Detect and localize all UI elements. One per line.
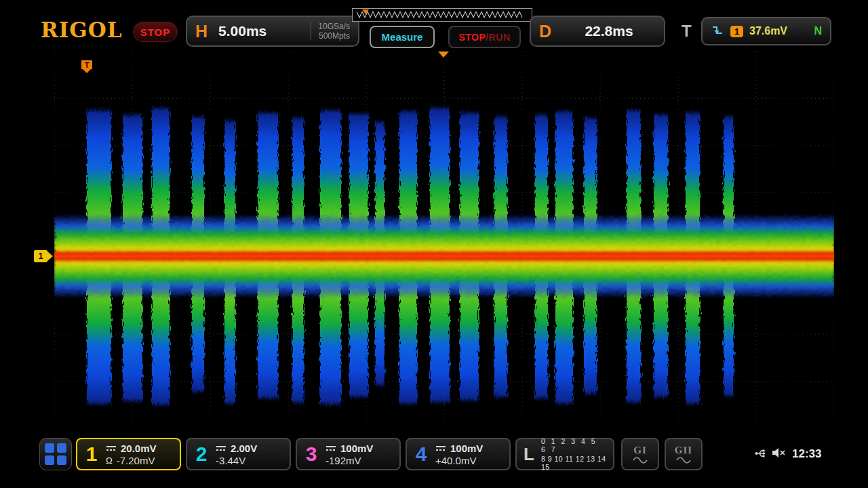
waveform-display[interactable]: T <box>54 52 834 428</box>
dc-coupling-icon <box>326 445 336 451</box>
run-label: /RUN <box>486 32 510 43</box>
waveform-overview[interactable] <box>352 8 532 22</box>
trigger-coupling-indicator: N <box>814 25 822 37</box>
horizontal-settings[interactable]: H 5.00ms 10GSa/s 500Mpts <box>186 16 359 47</box>
dc-coupling-icon <box>435 445 446 451</box>
acquisition-info: 10GSa/s 500Mpts <box>311 22 350 41</box>
stop-run-button[interactable]: STOP /RUN <box>448 26 521 48</box>
menu-button[interactable] <box>39 438 72 470</box>
generator-2-label: GII <box>675 445 692 456</box>
menu-grid-icon <box>57 455 66 465</box>
channel-3-number: 3 <box>302 443 320 466</box>
generator-2-box[interactable]: GII <box>665 438 703 470</box>
delay-label: D <box>539 22 551 41</box>
sine-wave-icon <box>675 457 692 464</box>
trigger-edge-icon <box>711 25 724 37</box>
waveform-plot <box>54 52 834 428</box>
measure-button[interactable]: Measure <box>370 26 435 48</box>
logic-row-1: 0 1 2 3 4 5 6 7 <box>541 437 606 453</box>
measure-button-label: Measure <box>382 31 423 43</box>
dc-coupling-icon <box>216 445 226 451</box>
menu-grid-icon <box>45 443 54 453</box>
sine-wave-icon <box>632 457 648 464</box>
trigger-label: T <box>682 22 692 41</box>
trigger-channel-marker[interactable]: T <box>81 60 92 69</box>
oscilloscope-screen: RIGOL STOP H 5.00ms 10GSa/s 500Mpts Meas… <box>0 0 868 488</box>
channel-2-offset: -3.44V <box>216 455 245 466</box>
channel-1-number: 1 <box>83 443 100 466</box>
channel-3-offset: -192mV <box>326 455 361 466</box>
channel-2-box[interactable]: 2 2.00V -3.44V <box>186 438 291 470</box>
dc-coupling-icon <box>106 445 117 451</box>
menu-grid-icon <box>57 443 66 453</box>
trigger-settings[interactable]: 1 37.6mV N <box>701 17 831 45</box>
overview-trigger-marker-icon[interactable] <box>362 9 369 14</box>
logic-row-2: 8 9 10 11 12 13 14 15 <box>541 455 606 471</box>
run-state-badge: STOP <box>133 22 178 42</box>
trigger-position-marker-icon[interactable] <box>438 52 449 58</box>
delay-value: 22.8ms <box>562 23 656 39</box>
trigger-level-value: 37.6mV <box>749 25 787 37</box>
waveform-core <box>54 250 834 262</box>
logic-label: L <box>524 444 534 465</box>
channel-2-scale: 2.00V <box>231 443 257 454</box>
channel-1-impedance: Ω <box>106 455 113 466</box>
channel-3-box[interactable]: 3 100mV -192mV <box>296 438 401 470</box>
menu-grid-icon <box>45 455 54 465</box>
channel-1-box[interactable]: 1 20.0mV Ω -7.20mV <box>76 438 181 470</box>
channel1-position-marker[interactable]: 1 <box>34 250 47 262</box>
overview-waveform <box>353 9 532 21</box>
channel-3-scale: 100mV <box>340 443 373 454</box>
logic-channels-box[interactable]: L 0 1 2 3 4 5 6 7 8 9 10 11 12 13 14 15 <box>515 438 614 470</box>
clock: 12:33 <box>792 447 821 461</box>
channel-4-number: 4 <box>412 443 430 466</box>
channel-1-scale: 20.0mV <box>121 443 157 454</box>
overview-trace <box>357 12 522 18</box>
generator-1-label: GI <box>633 445 647 456</box>
channel-2-number: 2 <box>193 443 210 466</box>
memory-depth: 500Mpts <box>319 31 350 41</box>
sample-rate: 10GSa/s <box>318 22 350 31</box>
delay-display[interactable]: D 22.8ms <box>530 16 665 47</box>
brand-logo: RIGOL <box>41 18 123 42</box>
channel-4-offset: +40.0mV <box>435 455 476 466</box>
timebase-value: 5.00ms <box>218 23 311 39</box>
usb-icon <box>755 447 767 460</box>
horizontal-label: H <box>195 22 208 41</box>
mute-speaker-icon <box>772 447 787 459</box>
channel-4-scale: 100mV <box>450 443 483 454</box>
generator-1-box[interactable]: GI <box>621 438 659 470</box>
trigger-source-badge: 1 <box>730 26 743 37</box>
stop-label: STOP <box>458 32 486 43</box>
channel-1-offset: -7.20mV <box>117 455 155 466</box>
channel-4-box[interactable]: 4 100mV +40.0mV <box>406 438 511 470</box>
